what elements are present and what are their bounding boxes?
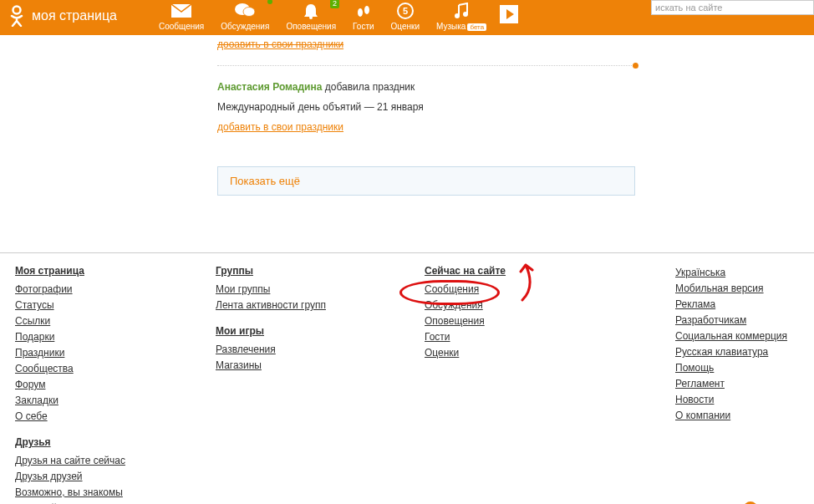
footer-col-about: Українська Мобильная версия Реклама Разр… xyxy=(675,265,792,504)
footer-col-mypage: Моя страница Фотографии Статусы Ссылки П… xyxy=(15,265,174,504)
badge xyxy=(267,0,272,4)
svg-point-4 xyxy=(309,16,313,19)
footer-link[interactable]: Оповещения xyxy=(425,313,542,329)
footer-link[interactable]: Сообщества xyxy=(15,361,174,377)
footer-link[interactable]: Друзья на сайте сейчас xyxy=(15,453,174,469)
footer-link[interactable]: Українська xyxy=(675,265,792,281)
footer: Моя страница Фотографии Статусы Ссылки П… xyxy=(0,252,814,504)
footer-col-now: Сейчас на сайте Сообщения Обсуждения Опо… xyxy=(425,265,542,504)
footer-link[interactable]: Мои группы xyxy=(216,282,333,298)
nav-bar: Сообщения Обсуждения 2 Оповещения Гости … xyxy=(150,0,518,31)
footer-link[interactable]: Гости xyxy=(425,329,542,345)
footer-link[interactable]: О себе xyxy=(15,409,174,425)
svg-point-6 xyxy=(364,6,369,14)
footer-link[interactable]: Новости xyxy=(675,392,792,408)
nav-notifications[interactable]: 2 Оповещения xyxy=(277,0,344,31)
show-more-button[interactable]: Показать ещё xyxy=(217,166,635,196)
play-icon xyxy=(506,9,514,19)
play-button[interactable] xyxy=(500,5,518,23)
footer-link-messages[interactable]: Сообщения xyxy=(425,282,542,298)
svg-point-0 xyxy=(13,7,21,14)
logo-area[interactable]: моя страница xyxy=(0,0,125,32)
footer-link[interactable]: Возможно, вы знакомы xyxy=(15,485,174,501)
search-box xyxy=(651,0,814,15)
chat-icon xyxy=(221,2,269,20)
svg-point-10 xyxy=(463,12,468,17)
footer-link[interactable]: Обсуждения xyxy=(425,298,542,313)
footer-link[interactable]: О компании xyxy=(675,408,792,424)
footer-link[interactable]: «Чёрный список» xyxy=(15,501,174,504)
footer-link[interactable]: Ссылки xyxy=(15,313,174,329)
separator xyxy=(217,65,635,66)
feed-content: Международный день объятий — 21 января xyxy=(217,101,635,113)
footer-header-mypage[interactable]: Моя страница xyxy=(15,265,174,277)
footer-link[interactable]: Лента активности групп xyxy=(216,298,333,313)
nav-discussions[interactable]: Обсуждения xyxy=(212,0,277,31)
page-title: моя страница xyxy=(32,8,117,23)
feed-area: дооавить в свои праздники Анастасия Рома… xyxy=(217,35,635,196)
nav-messages[interactable]: Сообщения xyxy=(150,0,212,31)
footer-header-friends[interactable]: Друзья xyxy=(15,436,174,448)
footer-link[interactable]: Статусы xyxy=(15,298,174,313)
feed-item: Анастасия Ромадина добавила праздник Меж… xyxy=(217,81,635,133)
footer-link[interactable]: Друзья друзей xyxy=(15,469,174,485)
footer-link[interactable]: Закладки xyxy=(15,393,174,409)
footer-link[interactable]: Помощь xyxy=(675,360,792,376)
badge-count: 2 xyxy=(330,0,339,8)
svg-point-9 xyxy=(455,13,460,18)
svg-point-5 xyxy=(358,8,363,17)
footer-link[interactable]: Магазины xyxy=(216,358,333,374)
svg-text:5: 5 xyxy=(403,6,408,16)
mail-icon xyxy=(159,2,204,20)
footer-col-groups: Группы Мои группы Лента активности групп… xyxy=(216,265,333,504)
rating-icon: 5 xyxy=(391,2,420,20)
feed-action-text: добавила праздник xyxy=(322,81,415,93)
footer-header-games[interactable]: Мои игры xyxy=(216,325,333,337)
footer-header-now[interactable]: Сейчас на сайте xyxy=(425,265,542,277)
search-input[interactable] xyxy=(651,0,814,15)
footer-link[interactable]: Русская клавиатура xyxy=(675,344,792,360)
beta-tag: бета xyxy=(467,23,486,31)
nav-guests[interactable]: Гости xyxy=(344,0,382,31)
footer-header-groups[interactable]: Группы xyxy=(216,265,333,277)
add-holiday-link-top[interactable]: дооавить в свои праздники xyxy=(217,38,343,50)
new-marker-dot xyxy=(633,63,638,69)
svg-point-3 xyxy=(243,8,255,17)
ok-logo-icon xyxy=(8,5,25,27)
footer-link[interactable]: Социальная коммерция xyxy=(675,328,792,344)
nav-ratings[interactable]: 5 Оценки xyxy=(383,0,428,31)
footer-link[interactable]: Фотографии xyxy=(15,282,174,298)
top-header: моя страница Сообщения Обсуждения 2 Опов… xyxy=(0,0,814,35)
bell-icon xyxy=(286,2,336,20)
footer-link[interactable]: Мобильная версия xyxy=(675,281,792,297)
footer-link[interactable]: Реклама xyxy=(675,297,792,313)
music-icon xyxy=(436,2,486,20)
nav-music[interactable]: Музыкабета xyxy=(428,0,495,31)
add-holiday-link[interactable]: добавить в свои праздники xyxy=(217,121,343,133)
footer-link[interactable]: Развлечения xyxy=(216,342,333,358)
feet-icon xyxy=(353,2,374,20)
footer-link[interactable]: Оценки xyxy=(425,345,542,361)
footer-link[interactable]: Подарки xyxy=(15,329,174,345)
footer-link[interactable]: Праздники xyxy=(15,345,174,361)
feed-user-link[interactable]: Анастасия Ромадина xyxy=(217,81,322,93)
footer-link[interactable]: Форум xyxy=(15,377,174,393)
footer-link[interactable]: Регламент xyxy=(675,376,792,392)
footer-link[interactable]: Разработчикам xyxy=(675,313,792,328)
